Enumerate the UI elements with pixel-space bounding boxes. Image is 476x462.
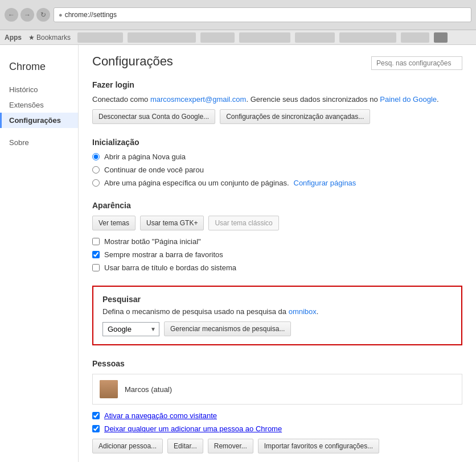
show-bookmarks-bar-label: Sempre mostrar a barra de favoritos [104, 250, 223, 259]
startup-option-1: Abrir a página Nova guia [92, 152, 462, 161]
startup-radio-1[interactable] [92, 153, 100, 160]
search-section: Pesquisar Defina o mecanismo de pesquisa… [92, 286, 462, 345]
sidebar-item-configuracoes[interactable]: Configurações [0, 113, 78, 128]
browser-toolbar: ← → ↻ ● chrome://settings [0, 0, 476, 30]
login-desc: Conectado como marcosmcexpert@gmail.com.… [92, 95, 462, 104]
bookmark-items [77, 32, 471, 43]
themes-button[interactable]: Ver temas [92, 216, 136, 230]
sidebar-link-historico[interactable]: Histórico [0, 82, 78, 97]
manage-search-engines-button[interactable]: Gerenciar mecanismos de pesquisa... [164, 321, 291, 336]
settings-search-input[interactable] [371, 56, 462, 70]
appearance-section: Aparência Ver temas Usar tema GTK+ Usar … [92, 201, 462, 272]
avatar [100, 380, 118, 398]
bookmark-more[interactable] [434, 32, 448, 43]
search-engine-dropdown-wrapper: Google Bing Yahoo! ▼ [102, 322, 159, 336]
bookmarks-bar: Apps ★ Bookmarks [0, 30, 476, 45]
startup-radio-group: Abrir a página Nova guia Continuar de on… [92, 152, 462, 187]
search-section-title: Pesquisar [102, 295, 452, 304]
avatar-image [100, 380, 118, 398]
add-person-checkbox[interactable] [92, 425, 100, 432]
search-desc: Defina o mecanismo de pesquisa usado na … [102, 307, 452, 316]
remove-button[interactable]: Remover... [208, 439, 253, 453]
appearance-buttons: Ver temas Usar tema GTK+ Usar tema cláss… [92, 216, 462, 230]
lock-icon: ● [59, 11, 63, 18]
appearance-checkbox-2: Sempre mostrar a barra de favoritos [92, 250, 462, 259]
nav-buttons: ← → ↻ [5, 8, 50, 22]
pessoas-title: Pessoas [92, 359, 462, 368]
forward-button[interactable]: → [20, 8, 34, 22]
startup-label-3: Abre uma página específica ou um conjunt… [104, 179, 289, 187]
appearance-title: Aparência [92, 201, 462, 210]
import-button[interactable]: Importar favoritos e configurações... [258, 439, 379, 453]
apps-button[interactable]: Apps [5, 34, 22, 42]
search-engine-select[interactable]: Google Bing Yahoo! [102, 322, 159, 336]
omnibox-link[interactable]: omnibox [289, 307, 317, 316]
login-desc-middle: . Gerencie seus dados sincronizados no [246, 95, 380, 104]
pessoas-section: Pessoas Marcos (atual) Ativar a navegaçã… [92, 359, 462, 453]
appearance-checkboxes: Mostrar botão "Página inicial" Sempre mo… [92, 237, 462, 272]
user-profile: Marcos (atual) [92, 374, 462, 405]
appearance-checkbox-1: Mostrar botão "Página inicial" [92, 237, 462, 246]
pessoas-checkbox-1: Ativar a navegação como visitante [92, 411, 462, 420]
visitor-navigation-link[interactable]: Ativar a navegação como visitante [104, 411, 217, 420]
login-email[interactable]: marcosmcexpert@gmail.com [150, 95, 247, 104]
search-controls: Google Bing Yahoo! ▼ Gerenciar mecanismo… [102, 321, 452, 336]
show-home-button-checkbox[interactable] [92, 238, 100, 245]
sidebar-item-historico[interactable]: Histórico [0, 82, 78, 97]
login-desc-before: Conectado como [92, 95, 150, 104]
login-title: Fazer login [92, 80, 462, 89]
gtk-button[interactable]: Usar tema GTK+ [140, 216, 204, 230]
startup-title: Inicialização [92, 138, 462, 147]
page-wrapper: Chrome Histórico Extensões Configurações… [0, 45, 476, 462]
startup-label-1: Abrir a página Nova guia [104, 152, 186, 161]
visitor-navigation-checkbox[interactable] [92, 412, 100, 419]
use-system-title-bar-checkbox[interactable] [92, 264, 100, 271]
configure-pages-link[interactable]: Configurar páginas [294, 179, 356, 187]
sidebar-item-sobre[interactable]: Sobre [0, 135, 78, 150]
back-button[interactable]: ← [5, 8, 18, 22]
pessoas-checkbox-2: Deixar qualquer um adicionar uma pessoa … [92, 424, 462, 433]
add-person-button[interactable]: Adicionar pessoa... [92, 439, 163, 453]
star-icon: ★ [28, 34, 35, 42]
address-bar[interactable]: ● chrome://settings [54, 7, 471, 22]
refresh-button[interactable]: ↻ [36, 8, 50, 22]
edit-button[interactable]: Editar... [167, 439, 203, 453]
sidebar-item-extensoes[interactable]: Extensões [0, 97, 78, 113]
pessoas-buttons: Adicionar pessoa... Editar... Remover...… [92, 439, 462, 453]
login-desc-end: . [437, 95, 439, 104]
sidebar: Chrome Histórico Extensões Configurações… [0, 45, 79, 462]
startup-radio-3[interactable] [92, 179, 100, 187]
startup-radio-2[interactable] [92, 166, 100, 174]
bookmark-5[interactable] [295, 32, 335, 43]
search-desc-after: . [317, 307, 319, 316]
bookmark-1[interactable] [77, 32, 123, 43]
google-panel-link[interactable]: Painel do Google [380, 95, 437, 104]
user-name: Marcos (atual) [125, 385, 172, 394]
pessoas-checkboxes: Ativar a navegação como visitante Deixar… [92, 411, 462, 433]
login-section: Fazer login Conectado como marcosmcexper… [92, 80, 462, 124]
add-person-link[interactable]: Deixar qualquer um adicionar uma pessoa … [104, 424, 282, 433]
sidebar-link-extensoes[interactable]: Extensões [0, 97, 78, 113]
bookmark-6[interactable] [339, 32, 396, 43]
bookmark-7[interactable] [401, 32, 429, 43]
use-system-title-bar-label: Usar barra de título e bordas do sistema [104, 263, 236, 272]
sidebar-nav: Histórico Extensões Configurações Sobre [0, 82, 78, 150]
sync-settings-button[interactable]: Configurações de sincronização avançadas… [220, 109, 370, 124]
bookmark-2[interactable] [128, 32, 196, 43]
address-text: chrome://settings [65, 11, 117, 19]
show-home-button-label: Mostrar botão "Página inicial" [104, 237, 201, 246]
startup-section: Inicialização Abrir a página Nova guia C… [92, 138, 462, 187]
sidebar-link-sobre[interactable]: Sobre [0, 135, 78, 150]
main-content: Configurações Fazer login Conectado como… [79, 45, 476, 462]
startup-option-3: Abre uma página específica ou um conjunt… [92, 179, 462, 187]
bookmark-4[interactable] [239, 32, 290, 43]
login-buttons: Desconectar sua Conta do Google... Confi… [92, 109, 462, 124]
disconnect-button[interactable]: Desconectar sua Conta do Google... [92, 109, 215, 124]
search-desc-before: Defina o mecanismo de pesquisa usado na … [102, 307, 289, 316]
show-bookmarks-bar-checkbox[interactable] [92, 251, 100, 258]
bookmark-3[interactable] [200, 32, 235, 43]
appearance-checkbox-3: Usar barra de título e bordas do sistema [92, 263, 462, 272]
bookmarks-label: ★ Bookmarks [28, 34, 71, 42]
sidebar-link-configuracoes[interactable]: Configurações [0, 113, 78, 128]
startup-option-2: Continuar de onde você parou [92, 166, 462, 174]
